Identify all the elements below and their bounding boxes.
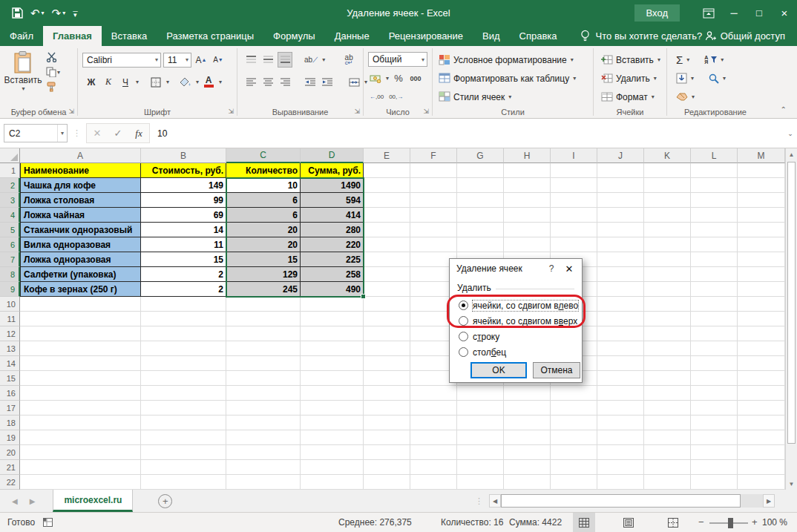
row-header-2[interactable]: 2 xyxy=(0,178,20,193)
cell-K1[interactable] xyxy=(644,163,691,178)
cell-L10[interactable] xyxy=(691,297,738,312)
cell-K18[interactable] xyxy=(644,416,691,430)
cell-J13[interactable] xyxy=(597,341,644,356)
cell-I19[interactable] xyxy=(551,430,597,445)
cell-E12[interactable] xyxy=(364,326,410,341)
cell-H1[interactable] xyxy=(504,163,551,178)
cell-K10[interactable] xyxy=(644,297,691,312)
hscroll-right-icon[interactable]: ▶ xyxy=(763,494,775,508)
cell-K4[interactable] xyxy=(644,208,691,223)
horizontal-scrollbar-thumb[interactable] xyxy=(501,494,741,508)
radio-circle-1[interactable] xyxy=(459,301,468,310)
cell-D3[interactable]: 594 xyxy=(301,193,364,208)
cell-C1[interactable]: Количество xyxy=(226,163,301,178)
cell-E14[interactable] xyxy=(364,356,410,371)
page-break-view-button[interactable] xyxy=(662,513,684,532)
cell-I20[interactable] xyxy=(551,445,597,460)
row-header-5[interactable]: 5 xyxy=(0,223,20,237)
cell-B6[interactable]: 11 xyxy=(141,237,226,252)
cell-J21[interactable] xyxy=(597,460,644,475)
cell-C20[interactable] xyxy=(226,445,301,460)
cell-I16[interactable] xyxy=(551,386,597,401)
paste-dropdown-icon[interactable]: ▾ xyxy=(22,85,24,92)
cell-B8[interactable]: 2 xyxy=(141,267,226,282)
cell-A8[interactable]: Салфетки (упаковка) xyxy=(20,267,141,282)
cell-L4[interactable] xyxy=(691,208,738,223)
cell-J8[interactable] xyxy=(597,267,644,282)
cell-M22[interactable] xyxy=(738,475,785,490)
autosum-dropdown-icon[interactable]: ▾ xyxy=(686,56,689,63)
row-header-20[interactable]: 20 xyxy=(0,445,20,460)
cell-G4[interactable] xyxy=(457,208,504,223)
cell-H16[interactable] xyxy=(504,386,551,401)
tab-page-layout[interactable]: Разметка страницы xyxy=(157,26,263,46)
cell-E1[interactable] xyxy=(364,163,410,178)
cell-B5[interactable]: 14 xyxy=(141,223,226,237)
name-box-dropdown-icon[interactable]: ▾ xyxy=(57,125,67,142)
cell-F3[interactable] xyxy=(410,193,457,208)
cell-D11[interactable] xyxy=(301,312,364,326)
cell-G5[interactable] xyxy=(457,223,504,237)
cell-E21[interactable] xyxy=(364,460,410,475)
cell-D8[interactable]: 258 xyxy=(301,267,364,282)
cell-J10[interactable] xyxy=(597,297,644,312)
cell-M4[interactable] xyxy=(738,208,785,223)
expand-formula-bar-icon[interactable]: ⌄ xyxy=(784,130,797,137)
cell-C9[interactable]: 245 xyxy=(226,282,301,297)
cell-C3[interactable]: 6 xyxy=(226,193,301,208)
tab-file[interactable]: Файл xyxy=(0,26,43,46)
status-average[interactable]: Среднее: 276,375 xyxy=(338,517,412,528)
cell-M19[interactable] xyxy=(738,430,785,445)
cell-E8[interactable] xyxy=(364,267,410,282)
merge-center-button[interactable] xyxy=(347,74,361,90)
row-header-16[interactable]: 16 xyxy=(0,386,20,401)
cell-G19[interactable] xyxy=(457,430,504,445)
align-center-icon[interactable] xyxy=(260,74,275,90)
cell-M9[interactable] xyxy=(738,282,785,297)
sheet-next-icon[interactable]: ▶ xyxy=(30,497,36,505)
cell-E18[interactable] xyxy=(364,416,410,430)
formula-input[interactable]: 10 xyxy=(150,128,784,139)
confirm-entry-icon[interactable]: ✓ xyxy=(108,128,128,139)
row-header-6[interactable]: 6 xyxy=(0,237,20,252)
orientation-dropdown-icon[interactable]: ▾ xyxy=(322,56,325,63)
align-top-icon[interactable] xyxy=(243,52,258,68)
font-dialog-launcher-icon[interactable]: ⇲ xyxy=(228,108,234,115)
tell-me-box[interactable]: Что вы хотите сделать? xyxy=(580,26,703,46)
cell-J4[interactable] xyxy=(597,208,644,223)
cell-L18[interactable] xyxy=(691,416,738,430)
cell-J9[interactable] xyxy=(597,282,644,297)
cell-K16[interactable] xyxy=(644,386,691,401)
borders-dropdown-icon[interactable]: ▾ xyxy=(166,79,169,85)
clear-dropdown-icon[interactable]: ▾ xyxy=(692,93,695,100)
cell-K7[interactable] xyxy=(644,252,691,267)
cell-C16[interactable] xyxy=(226,386,301,401)
cell-F16[interactable] xyxy=(410,386,457,401)
cell-E10[interactable] xyxy=(364,297,410,312)
cell-A22[interactable] xyxy=(20,475,141,490)
name-box[interactable]: C2▾ xyxy=(4,124,68,142)
cell-B15[interactable] xyxy=(141,371,226,386)
column-header-C[interactable]: C xyxy=(226,148,301,163)
cell-B22[interactable] xyxy=(141,475,226,490)
cell-K14[interactable] xyxy=(644,356,691,371)
row-header-8[interactable]: 8 xyxy=(0,267,20,282)
alignment-dialog-launcher-icon[interactable]: ⇲ xyxy=(354,108,360,115)
row-header-18[interactable]: 18 xyxy=(0,416,20,430)
comma-style-button[interactable]: 000 xyxy=(408,70,423,86)
row-header-21[interactable]: 21 xyxy=(0,460,20,475)
page-layout-view-button[interactable] xyxy=(617,513,640,532)
undo-dropdown-icon[interactable]: ▾ xyxy=(42,10,45,16)
row-header-13[interactable]: 13 xyxy=(0,341,20,356)
cell-E15[interactable] xyxy=(364,371,410,386)
cell-L2[interactable] xyxy=(691,178,738,193)
cell-E9[interactable] xyxy=(364,282,410,297)
cell-M18[interactable] xyxy=(738,416,785,430)
cell-J18[interactable] xyxy=(597,416,644,430)
cell-D4[interactable]: 414 xyxy=(301,208,364,223)
redo-dropdown-icon[interactable]: ▾ xyxy=(62,10,65,16)
zoom-in-icon[interactable]: + xyxy=(752,516,758,528)
fill-dropdown-icon[interactable]: ▾ xyxy=(691,75,694,82)
macro-record-icon[interactable] xyxy=(43,518,53,527)
cell-L7[interactable] xyxy=(691,252,738,267)
